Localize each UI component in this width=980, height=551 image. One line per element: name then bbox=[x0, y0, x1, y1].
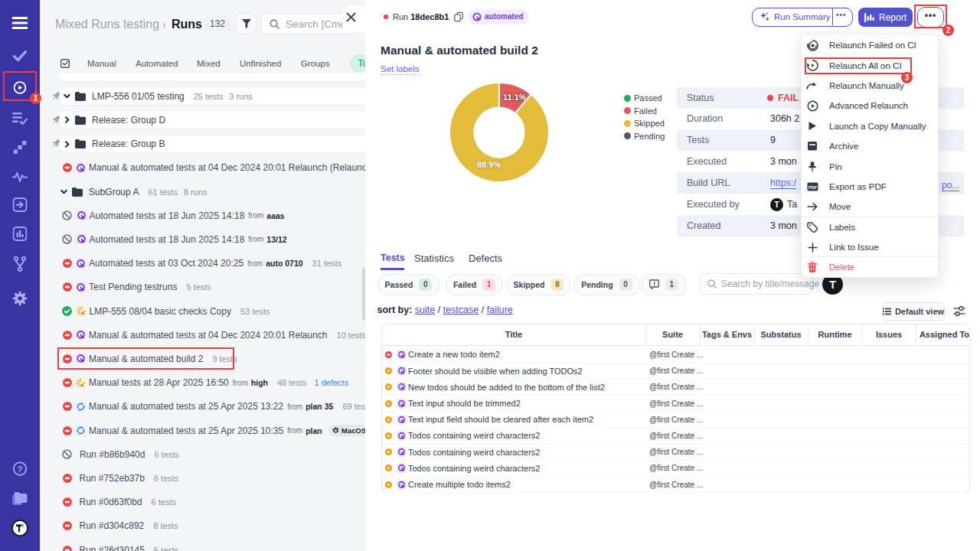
svg-text:88.9%: 88.9% bbox=[477, 160, 501, 169]
svg-text:PDF: PDF bbox=[808, 185, 817, 190]
svg-text:11.1%: 11.1% bbox=[503, 93, 527, 102]
svg-text:?: ? bbox=[17, 465, 22, 474]
